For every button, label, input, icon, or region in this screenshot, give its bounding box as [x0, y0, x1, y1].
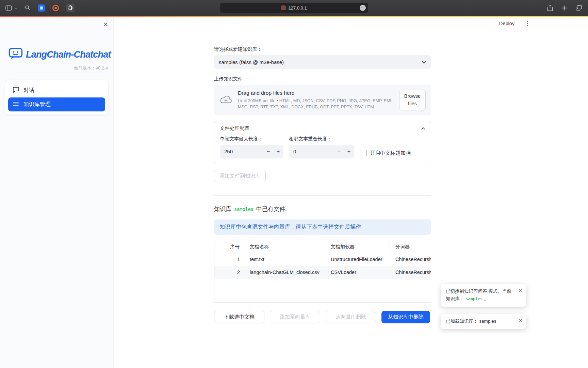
- heading-prefix: 知识库: [214, 205, 231, 213]
- logo-chat-icon: [9, 47, 23, 62]
- table-row[interactable]: 1 test.txt UnstructuredFileLoader Chines…: [214, 253, 431, 266]
- toast-mode-switched: 已切换到知识库问答 模式。当前知识库： samples 。 ✕: [441, 284, 526, 307]
- title-enhance-label: 开启中文标题加强: [370, 150, 411, 156]
- table-header-row: 序号 文档名称 文档加载器 分词器: [214, 241, 431, 253]
- expander-header[interactable]: 文件处理配置: [214, 121, 431, 135]
- table-row[interactable]: 2 langchain-ChatGLM_closed.csv CSVLoader…: [214, 266, 431, 279]
- app-icon-orange[interactable]: [52, 5, 59, 11]
- overlap-input[interactable]: 0 − +: [289, 145, 354, 158]
- chevron-down-icon[interactable]: ⌄: [14, 6, 17, 10]
- sidebar-item-label: 对话: [23, 87, 34, 94]
- toast-kb-code: samples: [466, 296, 483, 301]
- add-files-to-kb-button[interactable]: 添加文件到知识库: [214, 170, 266, 182]
- app-icon-blue[interactable]: [38, 4, 45, 12]
- sidebar-nav: 对话 知识库管理: [5, 80, 108, 114]
- chevron-up-icon: [421, 125, 425, 131]
- browser-toolbar: ⌄ 127.0.0.1 ⋯: [0, 0, 588, 16]
- kebab-menu-icon[interactable]: ⋮: [525, 20, 531, 27]
- content-column: 请选择或新建知识库： samples (faiss @ m3e-base) 上传…: [214, 46, 431, 340]
- cell-loader[interactable]: UnstructuredFileLoader: [325, 253, 390, 266]
- toast-tail: 。: [484, 296, 489, 301]
- expander-title: 文件处理配置: [220, 125, 421, 132]
- kb-name-code: samples: [234, 206, 254, 212]
- max-length-label: 单段文本最大长度：: [220, 136, 283, 142]
- sidebar: ✕ LangChain-Chatchat 当前版本：v0.2.4 对话: [0, 17, 114, 368]
- download-selected-button[interactable]: 下载选中文档: [214, 311, 264, 323]
- col-header-splitter[interactable]: 分词器: [390, 241, 431, 253]
- kb-select-label: 请选择或新建知识库：: [214, 46, 431, 52]
- title-enhance-checkbox[interactable]: [361, 150, 367, 156]
- new-tab-icon[interactable]: [562, 5, 567, 11]
- url-text: 127.0.0.1: [288, 5, 307, 11]
- file-config-expander: 文件处理配置 单段文本最大长度： 250 − + 相邻文本重合长度：: [214, 121, 431, 164]
- toast-stack: 已切换到知识库问答 模式。当前知识库： samples 。 ✕ 已加载知识库： …: [441, 284, 526, 329]
- overlap-label: 相邻文本重合长度：: [289, 136, 354, 142]
- max-length-field: 单段文本最大长度： 250 − +: [220, 136, 283, 158]
- sidebar-close-icon[interactable]: ✕: [103, 21, 108, 28]
- cell-splitter[interactable]: ChineseRecursiveT: [390, 253, 431, 266]
- upload-label: 上传知识文件：: [214, 76, 431, 82]
- cell-loader[interactable]: CSVLoader: [325, 266, 390, 279]
- cloud-upload-icon: [219, 94, 232, 106]
- cell-index[interactable]: 2: [214, 266, 244, 279]
- chevron-down-icon: [422, 59, 426, 65]
- chat-bubble-icon: [13, 87, 19, 94]
- max-length-value[interactable]: 250: [220, 149, 263, 154]
- increment-button[interactable]: +: [344, 149, 354, 155]
- table-empty-area: [214, 279, 431, 302]
- search-icon[interactable]: [25, 5, 30, 11]
- site-favicon-icon: [281, 5, 286, 10]
- sidebar-item-knowledge-base[interactable]: 知识库管理: [8, 97, 105, 111]
- files-table[interactable]: 序号 文档名称 文档加载器 分词器 1 test.txt Unstructure…: [214, 241, 431, 303]
- cell-doc-name[interactable]: test.txt: [244, 253, 325, 266]
- sidebar-item-chat[interactable]: 对话: [8, 83, 105, 97]
- share-icon[interactable]: [547, 5, 553, 11]
- increment-button[interactable]: +: [273, 149, 283, 155]
- existing-files-heading: 知识库 samples 中已有文件:: [214, 205, 431, 213]
- dropzone-title: Drag and drop files here: [238, 90, 394, 96]
- toast-text: 已加载知识库： samples: [446, 319, 496, 324]
- decrement-button[interactable]: −: [263, 149, 273, 155]
- overlap-field: 相邻文本重合长度： 0 − +: [289, 136, 354, 158]
- add-to-vector-store-button[interactable]: 添加至向量库: [270, 311, 320, 323]
- decrement-button[interactable]: −: [334, 149, 344, 155]
- title-enhance-option[interactable]: 开启中文标题加强: [361, 150, 411, 156]
- divider: [214, 340, 431, 340]
- overlap-value[interactable]: 0: [289, 149, 334, 154]
- table-actions: 下载选中文档 添加至向量库 从向量库删除 从知识库中删除: [214, 311, 431, 323]
- tab-overview-icon[interactable]: [576, 5, 582, 11]
- address-bar[interactable]: 127.0.0.1 ⋯: [220, 3, 368, 13]
- sidebar-item-label: 知识库管理: [23, 101, 51, 108]
- divider: [214, 195, 431, 196]
- max-length-input[interactable]: 250 − +: [220, 145, 283, 158]
- delete-from-kb-button[interactable]: 从知识库中删除: [381, 311, 430, 323]
- cell-splitter[interactable]: ChineseRecursiveT: [390, 266, 431, 279]
- dropzone-limit-text: Limit 200MB per file • HTML, MD, JSON, C…: [238, 98, 394, 110]
- browse-files-button[interactable]: Browse files: [399, 90, 426, 110]
- deploy-button[interactable]: Deploy: [499, 21, 514, 26]
- logo: LangChain-Chatchat: [9, 47, 113, 62]
- cell-doc-name[interactable]: langchain-ChatGLM_closed.csv: [244, 266, 325, 279]
- logo-text: LangChain-Chatchat: [26, 49, 111, 60]
- close-icon[interactable]: ✕: [519, 287, 522, 294]
- version-label: 当前版本：v0.2.4: [0, 65, 108, 71]
- close-icon[interactable]: ✕: [519, 317, 522, 324]
- info-alert: 知识库中包含源文件与向量库，请从下表中选择文件后操作: [214, 219, 431, 235]
- col-header-doc-name[interactable]: 文档名称: [244, 241, 325, 253]
- github-icon[interactable]: [66, 4, 75, 12]
- file-dropzone[interactable]: Drag and drop files here Limit 200MB per…: [214, 85, 431, 115]
- delete-from-vector-store-button[interactable]: 从向量库删除: [326, 311, 376, 323]
- heading-suffix: 中已有文件:: [256, 205, 287, 213]
- col-header-loader[interactable]: 文档加载器: [325, 241, 390, 253]
- toast-kb-loaded: 已加载知识库： samples ✕: [441, 314, 526, 329]
- col-header-index[interactable]: 序号: [214, 241, 244, 253]
- kb-select-value: samples (faiss @ m3e-base): [219, 59, 422, 65]
- kb-selectbox[interactable]: samples (faiss @ m3e-base): [214, 55, 431, 69]
- sidebar-toggle-icon[interactable]: [5, 5, 12, 11]
- reader-options-icon[interactable]: ⋯: [360, 5, 366, 11]
- list-icon: [13, 101, 19, 108]
- cell-index[interactable]: 1: [214, 253, 244, 266]
